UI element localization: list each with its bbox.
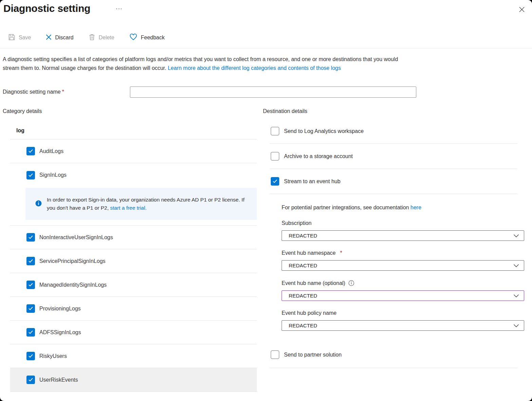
toolbar-divider	[0, 48, 532, 49]
category-row-signinlogs[interactable]: SignInLogs	[10, 163, 257, 187]
category-row-riskyusers[interactable]: RiskyUsers	[10, 344, 257, 368]
learn-more-link[interactable]: Learn more about the different log categ…	[168, 65, 341, 71]
checkbox-event-hub[interactable]	[271, 177, 279, 186]
destination-list: Send to Log Analytics workspace Archive …	[270, 119, 517, 368]
discard-button[interactable]: Discard	[46, 34, 73, 41]
free-trial-link[interactable]: start a free trial.	[110, 205, 147, 211]
documentation-here-link[interactable]: here	[411, 205, 421, 210]
signin-info-text: In order to export Sign-in data, your or…	[47, 196, 250, 212]
chevron-down-icon	[513, 323, 519, 329]
event-hub-name-dropdown[interactable]: REDACTED	[282, 290, 524, 301]
checkbox-adfssigninlogs[interactable]	[26, 328, 35, 337]
subscription-dropdown[interactable]: REDACTED	[282, 230, 524, 241]
chevron-down-icon	[513, 293, 519, 299]
destination-details-heading: Destination details	[263, 105, 517, 115]
category-row-adfssigninlogs[interactable]: ADFSSignInLogs	[10, 321, 257, 344]
checkbox-auditlogs[interactable]	[26, 147, 35, 155]
page-title: Diagnostic setting	[3, 3, 90, 14]
close-icon	[518, 6, 525, 14]
close-button[interactable]	[516, 5, 527, 16]
checkbox-storage-account[interactable]	[271, 152, 279, 160]
checkbox-partner-solution[interactable]	[271, 350, 279, 359]
event-hub-namespace-dropdown[interactable]: REDACTED	[282, 260, 524, 271]
feedback-button[interactable]: Feedback	[129, 33, 165, 42]
destination-details-section: Destination details Send to Log Analytic…	[263, 105, 517, 368]
category-section-signinlogs: SignInLogs In order to export Sign-in da…	[10, 163, 257, 226]
required-asterisk: *	[62, 89, 64, 95]
save-button[interactable]: Save	[8, 34, 31, 42]
chevron-down-icon	[513, 233, 519, 239]
category-row-provisioninglogs[interactable]: ProvisioningLogs	[10, 297, 257, 321]
category-row-auditlogs[interactable]: AuditLogs	[10, 139, 257, 163]
checkbox-managedidentitysigninlogs[interactable]	[26, 281, 35, 289]
checkbox-signinlogs[interactable]	[26, 171, 35, 179]
event-hub-namespace-field: Event hub namespace* REDACTED	[282, 250, 524, 271]
checkbox-serviceprincipalsigninlogs[interactable]	[26, 257, 35, 265]
event-hub-policy-field: Event hub policy name REDACTED	[282, 310, 524, 331]
feedback-icon	[129, 33, 137, 42]
event-hub-config-panel: For potential partner integrations, see …	[282, 194, 524, 331]
category-row-userriskevents[interactable]: UserRiskEvents	[10, 368, 257, 392]
event-hub-name-label: Event hub name (optional)	[282, 280, 524, 286]
checkbox-userriskevents[interactable]	[26, 376, 35, 384]
log-group-header: log	[16, 127, 257, 134]
category-details-heading: Category details	[3, 105, 257, 115]
command-bar: Save Discard Delete	[8, 33, 165, 42]
delete-label: Delete	[99, 35, 114, 41]
feedback-label: Feedback	[141, 35, 165, 41]
event-hub-policy-label: Event hub policy name	[282, 310, 524, 316]
destination-row-event-hub[interactable]: Stream to an event hub	[270, 169, 517, 194]
checkbox-riskyusers[interactable]	[26, 352, 35, 360]
diagnostic-setting-name-input[interactable]	[130, 87, 416, 98]
destination-row-partner-solution[interactable]: Send to partner solution	[270, 342, 517, 368]
event-hub-namespace-label: Event hub namespace*	[282, 250, 524, 256]
checkbox-noninteractiveusersigninlogs[interactable]	[26, 233, 35, 242]
subscription-label: Subscription	[282, 221, 524, 226]
category-details-section: Category details log AuditLogs SignInLog…	[0, 105, 257, 392]
checkbox-provisioninglogs[interactable]	[26, 304, 35, 313]
signin-export-info-box: In order to export Sign-in data, your or…	[25, 188, 257, 220]
destination-row-log-analytics[interactable]: Send to Log Analytics workspace	[270, 119, 517, 144]
info-icon	[35, 200, 42, 208]
event-hub-name-field: Event hub name (optional) REDACTED	[282, 280, 524, 301]
event-hub-policy-dropdown[interactable]: REDACTED	[282, 320, 524, 331]
overflow-menu-icon[interactable]: ···	[116, 5, 122, 12]
chevron-down-icon	[513, 263, 519, 269]
category-row-noninteractiveusersigninlogs[interactable]: NonInteractiveUserSignInLogs	[10, 226, 257, 249]
diagnostic-setting-pane: Diagnostic setting ··· Save Discard	[0, 0, 532, 401]
save-label: Save	[19, 35, 31, 41]
destination-row-storage-account[interactable]: Archive to a storage account	[270, 144, 517, 169]
save-icon	[8, 34, 15, 42]
discard-label: Discard	[55, 35, 73, 41]
required-asterisk: *	[340, 250, 342, 256]
info-tooltip-icon[interactable]	[348, 280, 354, 286]
discard-icon	[46, 34, 52, 41]
subscription-field: Subscription REDACTED	[282, 221, 524, 241]
intro-text: A diagnostic setting specifies a list of…	[3, 55, 408, 73]
category-list: AuditLogs SignInLogs	[10, 139, 257, 392]
checkbox-log-analytics[interactable]	[271, 127, 279, 135]
delete-button[interactable]: Delete	[89, 34, 114, 42]
category-row-serviceprincipalsigninlogs[interactable]: ServicePrincipalSignInLogs	[10, 249, 257, 273]
name-field-label: Diagnostic setting name*	[3, 89, 64, 95]
category-row-managedidentitysigninlogs[interactable]: ManagedIdentitySignInLogs	[10, 273, 257, 297]
delete-icon	[89, 34, 95, 42]
partner-integrations-note: For potential partner integrations, see …	[282, 204, 524, 211]
